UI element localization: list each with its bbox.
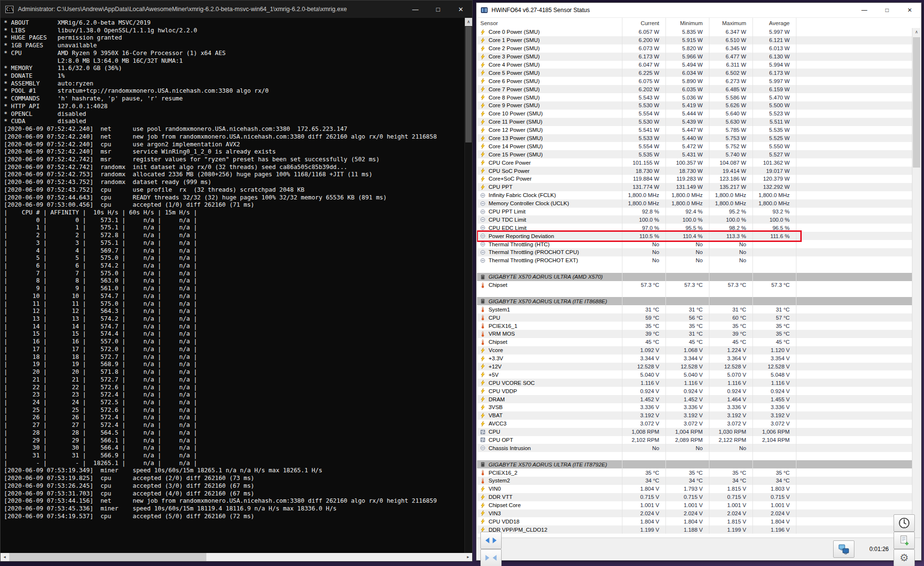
sensor-row[interactable]: System131 °C31 °C31 °C31 °C — [477, 305, 921, 313]
sensor-row[interactable]: Chipset45 °C45 °C45 °C45 °C — [477, 338, 921, 346]
row-filler — [796, 468, 921, 477]
sensor-row[interactable]: Core 3 Power (SMU)6.173 W5.966 W6.477 W6… — [477, 53, 921, 61]
sensor-row[interactable]: Core 0 Power (SMU)6.057 W5.835 W6.347 W5… — [477, 28, 921, 36]
sensor-current-value: No — [622, 240, 665, 248]
sensor-row[interactable]: CPU VCORE SOC1.116 V1.116 V1.116 V1.116 … — [477, 379, 921, 387]
settings-button[interactable]: ⚙ — [894, 549, 915, 566]
sensor-row[interactable]: Core 4 Power (SMU)6.047 W5.494 W6.311 W5… — [477, 61, 921, 69]
scroll-left-icon[interactable]: ◂ — [0, 553, 9, 561]
terminal-vscroll-thumb[interactable] — [465, 27, 472, 142]
sensor-row[interactable]: Core 9 Power (SMU)5.530 W5.419 W5.626 W5… — [477, 101, 921, 110]
chip-icon — [477, 461, 489, 467]
sensor-row[interactable]: CPU Core Power101.155 W100.357 W104.087 … — [477, 158, 921, 167]
sensor-row[interactable]: CPU OPT2,102 RPM2,089 RPM2,122 RPM2,104 … — [477, 436, 921, 444]
terminal-line: | CPU # | AFFINITY | 10s H/s | 60s H/s |… — [4, 209, 465, 217]
sensor-row[interactable]: Core 11 Power (SMU)5.530 W5.439 W5.630 W… — [477, 118, 921, 126]
sensor-row[interactable]: Power Reporting Deviation110.5 %110.4 %1… — [477, 232, 921, 240]
sensor-row[interactable]: Chipset57.3 °C57.3 °C57.3 °C57.3 °C — [477, 281, 921, 289]
sensor-row[interactable]: Core 5 Power (SMU)6.225 W6.034 W6.502 W6… — [477, 69, 921, 77]
sensor-row[interactable]: CPU59 °C56 °C60 °C57 °C — [477, 313, 921, 322]
sensor-row[interactable]: +3.3V3.344 V3.344 V3.364 V3.354 V — [477, 354, 921, 363]
sensor-row[interactable]: Memory Controller Clock (UCLK)1,800.0 MH… — [477, 199, 921, 208]
terminal-minimize-button[interactable]: — — [404, 0, 427, 18]
sensor-row[interactable]: +12V12.528 V12.528 V12.528 V12.528 V — [477, 363, 921, 371]
sensor-row[interactable]: DDR VPP/PM_CLDO121.199 V1.188 V1.199 V1.… — [477, 525, 921, 534]
sensor-row[interactable]: +5V5.040 V5.040 V5.070 V5.048 V — [477, 370, 921, 379]
sensor-row[interactable]: VRM MOS39 °C31 °C39 °C35 °C — [477, 330, 921, 338]
remote-sensors-button[interactable] — [833, 540, 854, 558]
column-header-current[interactable]: Current — [622, 18, 665, 28]
sensor-row[interactable]: Chipset Core1.001 V1.001 V1.001 V1.001 V — [477, 501, 921, 509]
sensor-row[interactable]: DDR VTT0.715 V0.715 V0.715 V0.715 V — [477, 493, 921, 501]
sensor-row[interactable]: Core 8 Power (SMU)5.543 W5.036 W5.586 W5… — [477, 93, 921, 101]
hwinfo-titlebar[interactable]: HWiNFO64 v6.27-4185 Sensor Status — □ ✕ — [476, 3, 921, 17]
terminal-close-button[interactable]: ✕ — [449, 0, 472, 18]
sensor-row[interactable]: Core 1 Power (SMU)6.200 W5.915 W6.510 W6… — [477, 36, 921, 44]
sensor-row[interactable]: Core 13 Power (SMU)5.533 W5.440 W5.753 W… — [477, 134, 921, 142]
sensor-row[interactable]: Core 7 Power (SMU)6.202 W6.035 W6.485 W6… — [477, 85, 921, 93]
sensor-row[interactable]: Vcore1.092 V1.068 V1.224 V1.120 V — [477, 346, 921, 354]
scroll-right-icon[interactable]: ▸ — [464, 553, 472, 561]
hwinfo-minimize-button[interactable]: — — [853, 3, 876, 17]
sensor-section-header[interactable]: GIGABYTE X570 AORUS ULTRA (ITE IT8792E) — [477, 460, 921, 468]
hwinfo-toolbar: 0:01:26 ⚙ — [477, 538, 921, 560]
hwinfo-vscroll-thumb[interactable] — [913, 37, 920, 168]
sensor-row[interactable]: Core 10 Power (SMU)5.554 W5.444 W5.640 W… — [477, 110, 921, 118]
sensor-row[interactable]: VBAT3.192 V3.192 V3.192 V3.192 V — [477, 411, 921, 420]
power-icon — [477, 404, 489, 410]
scroll-up-icon[interactable]: ∧ — [912, 28, 921, 36]
terminal-line: [2020-06-09 07:52:44.643] cpu READY thre… — [4, 194, 465, 202]
sensor-row[interactable]: CPU SoC Power18.730 W18.730 W19.414 W19.… — [477, 167, 921, 175]
sensor-label: Core 12 Power (SMU) — [489, 127, 622, 133]
sensor-row[interactable]: CPU TDC Limit100.0 %100.0 %100.0 %100.0 … — [477, 215, 921, 224]
hwinfo-maximize-button[interactable]: □ — [876, 3, 898, 17]
sensor-maximum-value: 35 °C — [709, 468, 752, 477]
sensor-row[interactable]: 3VSB3.336 V3.336 V3.336 V3.336 V — [477, 403, 921, 411]
sensor-section-header[interactable]: GIGABYTE X570 AORUS ULTRA (ITE IT8688E) — [477, 297, 921, 305]
sensor-row[interactable]: Chassis IntrusionNoNoNo — [477, 444, 921, 452]
column-header-maximum[interactable]: Maximum — [709, 18, 752, 28]
terminal-horizontal-scrollbar[interactable]: ◂ ▸ — [0, 553, 472, 561]
sensor-row[interactable]: Infinity Fabric Clock (FCLK)1,800.0 MHz1… — [477, 191, 921, 199]
sensor-row[interactable]: CPU PPT131.774 W131.149 W135.217 W132.29… — [477, 183, 921, 191]
sensor-row[interactable]: Thermal Throttling (PROCHOT EXT)NoNoNo — [477, 256, 921, 265]
scroll-up-icon[interactable]: ∧ — [465, 18, 472, 26]
sensor-row[interactable]: CPU1,008 RPM1,004 RPM1,030 RPM1,006 RPM — [477, 428, 921, 436]
sensor-maximum-value: 6.510 W — [709, 36, 752, 44]
sensor-label: Core 14 Power (SMU) — [489, 143, 622, 149]
sensor-row[interactable]: Core 6 Power (SMU)6.075 W5.890 W6.273 W5… — [477, 77, 921, 85]
sensor-row[interactable]: AVCC33.072 V3.072 V3.072 V3.072 V — [477, 420, 921, 428]
expand-columns-button[interactable] — [480, 532, 502, 549]
hwinfo-close-button[interactable]: ✕ — [898, 3, 921, 17]
sensor-row[interactable]: Thermal Throttling (HTC)NoNoNo — [477, 240, 921, 248]
column-header-sensor[interactable]: Sensor — [477, 18, 622, 28]
sensor-row[interactable]: PCIEX16_235 °C35 °C35 °C35 °C — [477, 468, 921, 477]
sensor-row[interactable]: VIN01.804 V1.793 V1.815 V1.803 V — [477, 485, 921, 493]
sensor-row[interactable]: Thermal Throttling (PROCHOT CPU)NoNoNo — [477, 248, 921, 256]
uptime-clock-button[interactable] — [894, 514, 915, 532]
column-header-average[interactable]: Average — [752, 18, 796, 28]
sensor-row[interactable]: Core 15 Power (SMU)5.535 W5.431 W5.740 W… — [477, 150, 921, 158]
hwinfo-vertical-scrollbar[interactable]: ∧ — [912, 28, 921, 538]
terminal-maximize-button[interactable]: □ — [427, 0, 449, 18]
sensor-row[interactable]: Core 2 Power (SMU)6.073 W5.820 W6.345 W6… — [477, 44, 921, 53]
column-header-minimum[interactable]: Minimum — [665, 18, 709, 28]
sensor-row[interactable]: Core 14 Power (SMU)5.554 W5.472 W5.752 W… — [477, 142, 921, 150]
sensor-section-header[interactable]: GIGABYTE X570 AORUS ULTRA (AMD X570) — [477, 273, 921, 281]
sensor-row[interactable]: PCIEX16_135 °C35 °C35 °C35 °C — [477, 322, 921, 330]
sensor-row[interactable]: CPU PPT Limit92.8 %92.4 %95.2 %93.2 % — [477, 208, 921, 216]
collapse-columns-button[interactable] — [480, 549, 502, 566]
sensor-row[interactable]: VIN32.024 V2.024 V2.024 V2.024 V — [477, 509, 921, 518]
sensor-row[interactable]: Core 12 Power (SMU)5.541 W5.447 W5.785 W… — [477, 126, 921, 134]
sensor-row[interactable]: Core+SoC Power119.884 W119.283 W123.186 … — [477, 175, 921, 183]
sensor-row[interactable]: CPU EDC Limit97.0 %95.5 %98.2 %96.5 % — [477, 224, 921, 232]
sensor-row[interactable]: CPU VDD181.804 V1.804 V1.815 V1.804 V — [477, 517, 921, 525]
terminal-hscroll-thumb[interactable] — [9, 553, 206, 561]
sensor-row[interactable]: DRAM1.452 V1.452 V1.464 V1.455 V — [477, 395, 921, 403]
terminal-titlebar[interactable]: C:\ Administrator: C:\Users\Andrew\AppDa… — [0, 0, 472, 18]
report-button[interactable] — [894, 532, 915, 549]
terminal-vertical-scrollbar[interactable]: ∧ — [464, 18, 472, 553]
sensor-row[interactable]: System234 °C34 °C34 °C34 °C — [477, 477, 921, 485]
sensor-row[interactable]: CPU VDDP0.924 V0.924 V0.924 V0.924 V — [477, 387, 921, 395]
power-icon — [477, 86, 489, 92]
